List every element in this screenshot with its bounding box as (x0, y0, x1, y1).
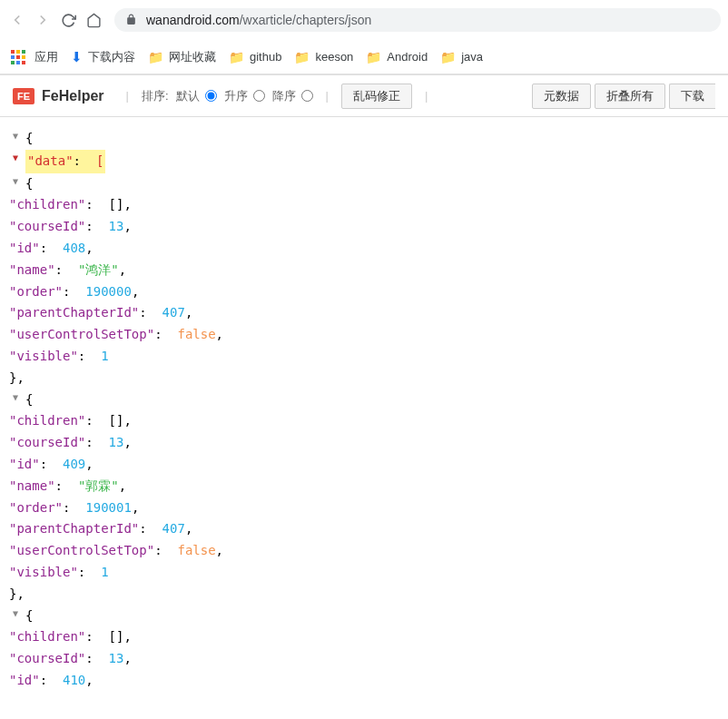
bookmark-label: keeson (315, 50, 353, 64)
forward-icon[interactable] (33, 10, 53, 30)
bookmarks-bar: 应用 ⬇ 下载内容 📁 网址收藏 📁 github 📁 keeson 📁 And… (0, 40, 728, 74)
bookmark-folder[interactable]: 📁 keeson (294, 50, 353, 64)
nav-bar: wanandroid.com/wxarticle/chapters/json (0, 0, 728, 40)
apps-button[interactable]: 应用 (11, 49, 58, 65)
bookmark-folder[interactable]: 📁 github (229, 50, 281, 64)
radio-label: 降序 (272, 88, 296, 104)
bookmark-folder[interactable]: 📁 Android (366, 50, 428, 64)
reload-icon[interactable] (58, 10, 78, 30)
sort-desc[interactable]: 降序 (272, 88, 313, 104)
back-icon[interactable] (7, 10, 27, 30)
url-bar[interactable]: wanandroid.com/wxarticle/chapters/json (114, 8, 721, 32)
fe-logo: FE (13, 88, 34, 104)
bookmark-label: 下载内容 (88, 49, 135, 65)
divider: | (425, 89, 428, 103)
browser-chrome: wanandroid.com/wxarticle/chapters/json 应… (0, 0, 728, 75)
radio-label: 升序 (224, 88, 248, 104)
toggle-icon[interactable] (9, 173, 22, 189)
url-text: wanandroid.com/wxarticle/chapters/json (146, 13, 371, 27)
bookmark-label: 网址收藏 (169, 49, 216, 65)
lock-icon (125, 14, 137, 27)
bookmark-label: github (250, 50, 281, 64)
divider: | (126, 89, 129, 103)
json-viewer: { "data": [ { "children": [], "courseId"… (0, 117, 728, 703)
radio-input[interactable] (253, 90, 265, 102)
bookmark-label: java (461, 50, 483, 64)
toggle-icon[interactable] (9, 128, 22, 143)
fix-encoding-button[interactable]: 乱码修正 (341, 84, 412, 109)
raw-data-button[interactable]: 元数据 (532, 84, 591, 109)
folder-icon: 📁 (366, 50, 381, 64)
folder-icon: 📁 (148, 50, 163, 64)
sort-label: 排序: (142, 88, 169, 104)
radio-input[interactable] (301, 90, 313, 102)
bookmark-folder[interactable]: 📁 网址收藏 (148, 49, 216, 65)
radio-input[interactable] (205, 90, 217, 102)
toggle-icon[interactable] (9, 389, 22, 405)
radio-label: 默认 (176, 88, 200, 104)
collapse-all-button[interactable]: 折叠所有 (595, 84, 665, 109)
sort-asc[interactable]: 升序 (224, 88, 265, 104)
download-icon: ⬇ (71, 49, 83, 65)
fe-title: FeHelper (42, 88, 103, 104)
bookmark-folder[interactable]: 📁 java (440, 50, 483, 64)
divider: | (326, 89, 329, 103)
apps-label: 应用 (34, 49, 58, 65)
download-button[interactable]: 下载 (669, 84, 715, 109)
apps-icon (11, 50, 25, 64)
folder-icon: 📁 (440, 50, 456, 64)
folder-icon: 📁 (229, 50, 244, 64)
bookmark-downloads[interactable]: ⬇ 下载内容 (71, 49, 135, 65)
toggle-icon[interactable] (9, 606, 22, 621)
fehelper-toolbar: FE FeHelper | 排序: 默认 升序 降序 | 乱码修正 | 元数据 … (0, 75, 728, 117)
toggle-icon[interactable] (9, 150, 22, 165)
folder-icon: 📁 (294, 50, 310, 64)
home-icon[interactable] (84, 10, 103, 30)
sort-default[interactable]: 默认 (176, 88, 217, 104)
bookmark-label: Android (387, 50, 428, 64)
